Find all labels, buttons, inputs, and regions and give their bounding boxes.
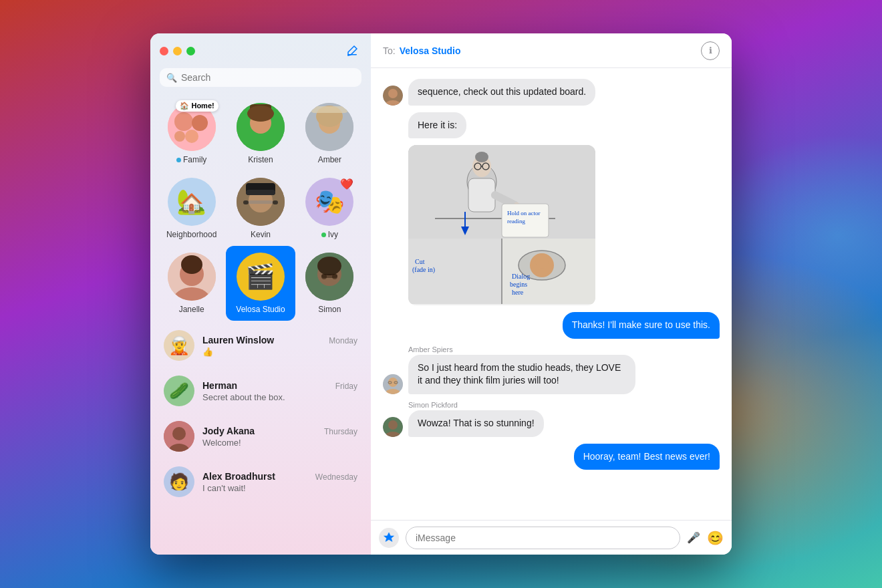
alex-name: Alex Broadhurst (202, 471, 275, 482)
conv-item-herman[interactable]: 🥒 Herman Friday Secret about the box. (154, 369, 367, 413)
storyboard-panel-top: Hold on actor reading (408, 145, 595, 239)
jody-content: Jody Akana Thursday Welcome! (202, 426, 357, 448)
msg-row-6: Wowza! That is so stunning! (383, 410, 720, 437)
svg-text:Dialog: Dialog (512, 273, 530, 280)
sender-avatar-1 (383, 86, 403, 106)
pinned-item-simon[interactable]: Simon (295, 246, 364, 321)
herman-name: Herman (202, 380, 237, 391)
msg-row-5: So I just heard from the studio heads, t… (383, 355, 720, 394)
conversation-list: 🧝 Lauren Winslow Monday 👍 🥒 Herman Frida… (150, 323, 371, 555)
msg-row-4: Thanks! I'll make sure to use this. (383, 312, 720, 339)
lauren-time: Monday (329, 336, 357, 345)
kristen-avatar (237, 103, 285, 151)
amber-sender-name: Amber Spiers (408, 345, 720, 353)
lauren-content: Lauren Winslow Monday 👍 (202, 335, 357, 357)
ivy-heart-badge: ❤️ (340, 178, 353, 190)
jody-avatar (164, 421, 194, 452)
to-label: To: (383, 45, 396, 56)
svg-text:Cut: Cut (415, 258, 425, 265)
lauren-preview: 👍 (202, 347, 357, 357)
svg-text:reading: reading (507, 218, 525, 225)
kevin-label: Kevin (251, 230, 271, 239)
conv-item-lauren[interactable]: 🧝 Lauren Winslow Monday 👍 (154, 323, 367, 368)
pinned-item-family[interactable]: 🏠 Home! Family (157, 96, 226, 171)
pinned-item-amber[interactable]: Amber (295, 96, 364, 171)
alex-preview: I can't wait! (202, 483, 357, 493)
simon-pickford-group: Simon Pickford Wowza! That is so stunnin… (383, 401, 720, 437)
svg-rect-30 (321, 274, 337, 278)
amber-label: Amber (318, 155, 341, 164)
kevin-avatar (237, 178, 285, 226)
simon-avatar (305, 253, 353, 301)
jody-preview: Welcome! (202, 438, 357, 448)
svg-point-4 (185, 130, 198, 143)
pinned-item-ivy[interactable]: 🎭 ❤️ Ivy (295, 171, 364, 246)
alex-header: Alex Broadhurst Wednesday (202, 471, 357, 482)
maximize-button[interactable] (186, 47, 195, 55)
herman-header: Herman Friday (202, 380, 357, 391)
svg-text:(fade in): (fade in) (412, 266, 435, 274)
velosa-avatar: 🎬 (237, 253, 285, 301)
message-input[interactable] (406, 527, 680, 549)
title-bar (150, 33, 371, 68)
jody-time: Thursday (324, 427, 357, 436)
velosa-avatar-wrap: 🎬 (237, 253, 285, 301)
pinned-item-kristen[interactable]: Kristen (226, 96, 295, 171)
kristen-avatar-wrap (237, 103, 285, 151)
app-store-button[interactable] (379, 528, 399, 548)
svg-point-3 (192, 115, 208, 131)
janelle-label: Janelle (179, 305, 204, 314)
svg-rect-20 (249, 200, 273, 204)
velosa-label: Velosa Studio (236, 305, 285, 314)
pinned-contacts-grid: 🏠 Home! Family (150, 96, 371, 321)
msg-row-3: Hold on actor reading (383, 145, 720, 305)
pinned-item-neighborhood[interactable]: 🏡 Neighborhood (157, 171, 226, 246)
svg-point-23 (181, 255, 202, 274)
pinned-item-velosa-studio[interactable]: 🎬 Velosa Studio (226, 246, 295, 321)
simon-pickford-avatar (383, 417, 403, 437)
svg-rect-19 (273, 200, 278, 204)
svg-rect-18 (243, 200, 249, 204)
simon-label: Simon (318, 305, 341, 314)
jody-name: Jody Akana (202, 426, 255, 436)
svg-text:here: here (512, 289, 524, 296)
simon-avatar-wrap (305, 253, 353, 301)
herman-time: Friday (335, 382, 357, 391)
chat-title-area: To: Velosa Studio (383, 45, 461, 56)
msg-row-7: Hooray, team! Best news ever! (383, 444, 720, 470)
alex-avatar: 🧑 (164, 466, 194, 497)
storyboard-image: Hold on actor reading (408, 145, 595, 305)
simon-sender-name: Simon Pickford (408, 401, 720, 409)
svg-rect-17 (246, 190, 275, 195)
msg-bubble-6: Wowza! That is so stunning! (408, 410, 544, 437)
pinned-item-janelle[interactable]: Janelle (157, 246, 226, 321)
audio-record-button[interactable]: 🎤 (687, 531, 700, 544)
conv-item-alex[interactable]: 🧑 Alex Broadhurst Wednesday I can't wait… (154, 460, 367, 504)
herman-preview: Secret about the box. (202, 392, 357, 402)
neighborhood-avatar: 🏡 (168, 178, 216, 226)
svg-point-66 (388, 378, 398, 387)
chat-header: To: Velosa Studio ℹ (371, 33, 732, 68)
emoji-button[interactable]: 😊 (707, 530, 724, 546)
svg-point-9 (247, 106, 274, 122)
search-input[interactable] (181, 72, 355, 83)
ivy-label: Ivy (321, 230, 338, 239)
jody-header: Jody Akana Thursday (202, 426, 357, 436)
amber-spiers-group: Amber Spiers So I just heard from the st… (383, 345, 720, 394)
msg-bubble-2: Here it is: (408, 112, 466, 139)
svg-point-2 (174, 112, 193, 131)
svg-rect-13 (311, 106, 348, 113)
svg-point-5 (174, 131, 185, 142)
msg-bubble-5: So I just heard from the studio heads, t… (408, 355, 635, 394)
amber-spiers-avatar (383, 374, 403, 394)
pinned-item-kevin[interactable]: Kevin (226, 171, 295, 246)
right-panel: To: Velosa Studio ℹ sequence, check out … (371, 33, 732, 555)
amber-avatar-wrap (305, 103, 353, 151)
family-badge: 🏠 Home! (176, 100, 218, 112)
info-button[interactable]: ℹ (701, 41, 720, 60)
close-button[interactable] (160, 47, 168, 55)
compose-button[interactable] (343, 41, 361, 60)
svg-point-71 (388, 420, 398, 430)
conv-item-jody[interactable]: Jody Akana Thursday Welcome! (154, 414, 367, 458)
minimize-button[interactable] (173, 47, 182, 55)
